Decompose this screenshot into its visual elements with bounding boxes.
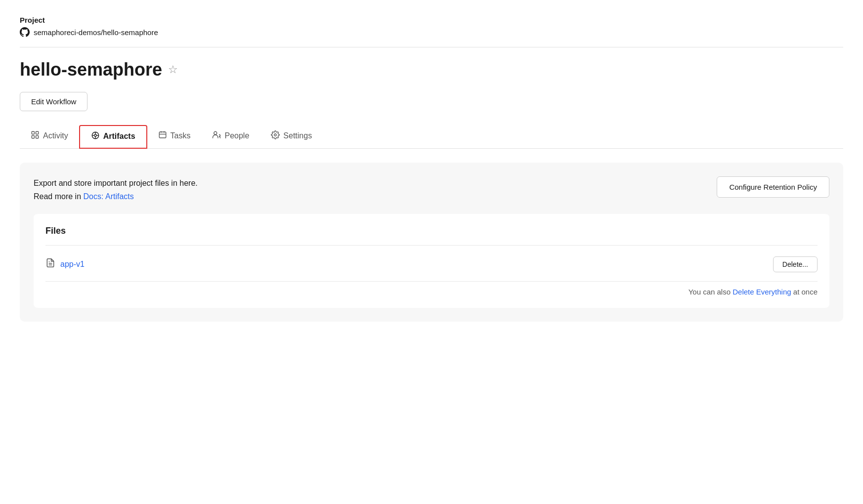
file-row: app-v1 Delete... xyxy=(45,253,818,275)
edit-workflow-button[interactable]: Edit Workflow xyxy=(20,92,87,111)
artifacts-desc-line2: Read more in Docs: Artifacts xyxy=(34,190,198,203)
tab-tasks-label: Tasks xyxy=(171,131,191,140)
svg-rect-2 xyxy=(32,136,34,138)
svg-rect-3 xyxy=(36,136,39,138)
artifacts-panel: Export and store important project files… xyxy=(20,163,843,322)
docs-artifacts-link[interactable]: Docs: Artifacts xyxy=(84,192,134,201)
tab-people[interactable]: People xyxy=(201,126,260,148)
delete-everything-link[interactable]: Delete Everything xyxy=(733,288,791,296)
svg-rect-1 xyxy=(36,131,39,134)
tab-activity[interactable]: Activity xyxy=(20,126,79,148)
project-title: hello-semaphore xyxy=(20,59,162,80)
file-row-divider xyxy=(45,281,818,282)
configure-retention-button[interactable]: Configure Retention Policy xyxy=(717,176,829,198)
project-label: Project xyxy=(20,16,843,24)
tab-activity-label: Activity xyxy=(43,131,68,140)
tab-bar: Activity Artifacts Tasks xyxy=(20,125,843,149)
artifacts-description: Export and store important project files… xyxy=(34,176,198,203)
github-icon xyxy=(20,27,30,37)
activity-icon xyxy=(31,130,40,141)
top-divider xyxy=(20,47,843,47)
tab-tasks[interactable]: Tasks xyxy=(147,126,202,148)
svg-rect-10 xyxy=(159,132,166,138)
artifacts-header: Export and store important project files… xyxy=(34,176,829,203)
tab-people-label: People xyxy=(224,131,249,140)
delete-everything-prefix: You can also xyxy=(689,288,733,296)
tab-artifacts-label: Artifacts xyxy=(103,132,135,141)
people-icon xyxy=(212,130,221,141)
files-divider xyxy=(45,245,818,246)
tab-artifacts[interactable]: Artifacts xyxy=(79,125,147,149)
file-link-app-v1[interactable]: app-v1 xyxy=(45,258,85,270)
delete-everything-suffix: at once xyxy=(791,288,818,296)
file-name: app-v1 xyxy=(60,260,85,269)
files-panel: Files app-v1 Delete... You can also xyxy=(34,214,829,308)
artifacts-desc-line1: Export and store important project files… xyxy=(34,176,198,190)
svg-point-14 xyxy=(214,131,217,134)
file-icon xyxy=(45,258,55,270)
files-title: Files xyxy=(45,226,818,236)
delete-everything-row: You can also Delete Everything at once xyxy=(45,288,818,296)
tab-settings[interactable]: Settings xyxy=(260,126,323,148)
star-icon[interactable]: ☆ xyxy=(168,63,178,76)
svg-rect-0 xyxy=(32,131,34,134)
svg-point-5 xyxy=(94,134,96,137)
tab-settings-label: Settings xyxy=(283,131,312,140)
settings-icon xyxy=(271,130,280,141)
repo-name: semaphoreci-demos/hello-semaphore xyxy=(34,28,158,37)
delete-button[interactable]: Delete... xyxy=(773,256,818,272)
artifacts-icon xyxy=(91,131,100,142)
svg-point-15 xyxy=(274,134,277,136)
tasks-icon xyxy=(158,130,167,141)
